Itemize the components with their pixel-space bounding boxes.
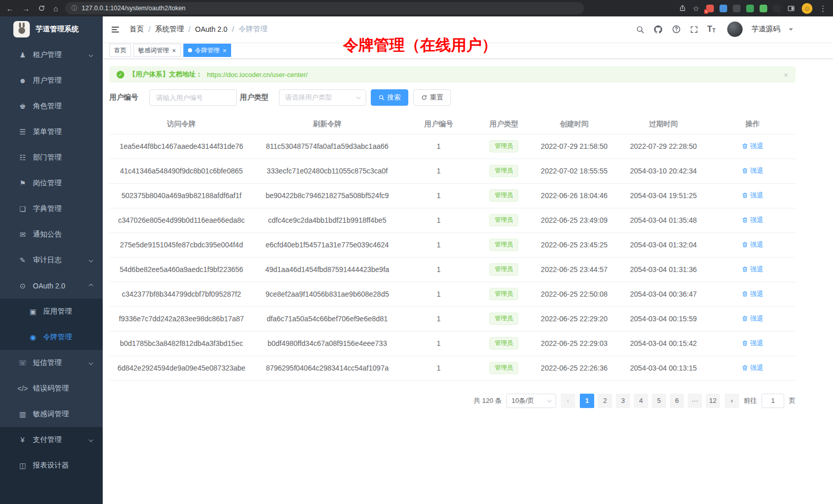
page-button-1[interactable]: 1 — [580, 394, 594, 408]
breadcrumb-item[interactable]: 系统管理 — [155, 25, 184, 34]
search-icon[interactable] — [636, 25, 645, 34]
github-icon[interactable] — [653, 25, 663, 34]
sidebar-item-report[interactable]: ◫报表设计器 — [0, 453, 103, 478]
split-view-icon[interactable] — [787, 5, 795, 12]
sidebar-item-role[interactable]: ♚角色管理 — [0, 93, 103, 119]
bookmark-star-icon[interactable]: ☆ — [693, 5, 699, 12]
sidebar-item-pay[interactable]: ¥支付管理 — [0, 427, 103, 453]
extension-red-icon[interactable]: 0 — [706, 5, 714, 12]
user-type-placeholder: 请选择用户类型 — [285, 93, 332, 102]
sidebar-item-user[interactable]: ☻用户管理 — [0, 68, 103, 93]
table-row: 41c41346a548490f9dc8b01c6bfe0865333ecfc7… — [109, 159, 796, 183]
user-avatar[interactable] — [727, 22, 743, 37]
action-cell: 强退 — [710, 134, 796, 159]
access-token-cell: b0d1785bc3a8482f812db4a3f3bd15ec — [109, 331, 254, 356]
fullscreen-icon[interactable] — [690, 25, 698, 34]
extension-dark-icon[interactable] — [733, 5, 741, 12]
access-token-cell: 41c41346a548490f9dc8b01c6bfe0865 — [109, 159, 254, 183]
search-button[interactable]: 搜索 — [371, 89, 408, 106]
force-logout-label: 强退 — [750, 216, 763, 225]
force-logout-button[interactable]: 强退 — [742, 314, 763, 323]
hamburger-icon[interactable] — [110, 25, 120, 34]
force-logout-button[interactable]: 强退 — [742, 240, 763, 249]
sidebar-item-audit[interactable]: ✎审计日志 — [0, 247, 103, 273]
access-token-cell: 502375b8040a469a9b82188afdf6af1f — [109, 183, 254, 208]
user-type-select[interactable]: 请选择用户类型 — [279, 89, 366, 106]
expire-time-cell: 2022-07-29 22:28:50 — [617, 134, 710, 159]
browser-profile-avatar[interactable]: ☺ — [802, 3, 812, 14]
sidebar-item-label: OAuth 2.0 — [33, 282, 65, 290]
force-logout-button[interactable]: 强退 — [742, 289, 763, 299]
page-ellipsis[interactable]: ··· — [688, 394, 702, 408]
user-id-cell: 1 — [401, 232, 477, 257]
user-id-cell: 1 — [401, 331, 477, 356]
force-logout-button[interactable]: 强退 — [742, 339, 763, 348]
page-button-5[interactable]: 5 — [652, 394, 666, 408]
close-icon[interactable]: × — [172, 47, 176, 54]
prev-page-button[interactable]: ‹ — [561, 394, 575, 408]
sidebar-item-errcode[interactable]: </>错误码管理 — [0, 376, 103, 401]
sidebar-item-post[interactable]: ⚑岗位管理 — [0, 170, 103, 196]
alert-close-icon[interactable]: × — [784, 70, 788, 79]
page-button-4[interactable]: 4 — [634, 394, 648, 408]
close-icon[interactable]: × — [223, 47, 227, 54]
extension-puzzle-icon[interactable] — [760, 5, 767, 12]
post-icon: ⚑ — [17, 179, 28, 187]
sidebar-item-oauth2-token[interactable]: ◉令牌管理 — [0, 324, 103, 350]
breadcrumb-item[interactable]: 首页 — [129, 25, 144, 34]
force-logout-button[interactable]: 强退 — [742, 363, 763, 373]
force-logout-button[interactable]: 强退 — [742, 265, 763, 274]
tab-sensitive-word[interactable]: 敏感词管理× — [134, 44, 181, 57]
page-button-6[interactable]: 6 — [670, 394, 684, 408]
force-logout-button[interactable]: 强退 — [742, 191, 763, 200]
sidebar-item-menu[interactable]: ☰菜单管理 — [0, 119, 103, 145]
forward-icon[interactable]: → — [22, 5, 30, 12]
help-icon[interactable] — [672, 25, 681, 34]
refresh-icon[interactable] — [38, 5, 45, 12]
goto-page-input[interactable] — [762, 394, 784, 408]
tab-token[interactable]: 令牌管理× — [183, 44, 232, 57]
home-icon[interactable]: ⌂ — [53, 5, 58, 12]
table-row: c342377bf8b344799dcbf7bf095287f29ce8ef2a… — [109, 282, 796, 306]
force-logout-label: 强退 — [750, 240, 763, 249]
sidebar-item-dict[interactable]: ❏字典管理 — [0, 196, 103, 222]
sidebar-item-sensitive[interactable]: ▥敏感词管理 — [0, 401, 103, 427]
reset-button[interactable]: 重置 — [413, 89, 451, 106]
sidebar-item-tenant[interactable]: ♟租户管理 — [0, 42, 103, 68]
sidebar-item-dept[interactable]: ☷部门管理 — [0, 145, 103, 170]
page-buttons: 123456···12 — [580, 394, 720, 408]
extension-green-icon[interactable] — [746, 5, 754, 12]
alert-doc-link[interactable]: https://doc.iocoder.cn/user-center/ — [207, 71, 308, 79]
force-logout-button[interactable]: 强退 — [742, 166, 763, 176]
tab-home[interactable]: 首页 — [109, 44, 131, 57]
share-icon[interactable] — [679, 5, 686, 12]
sidebar-item-notice[interactable]: ✉通知公告 — [0, 222, 103, 247]
force-logout-button[interactable]: 强退 — [742, 142, 763, 151]
user-name[interactable]: 芋道源码 — [751, 25, 780, 34]
breadcrumb-item[interactable]: OAuth 2.0 — [195, 25, 228, 33]
delete-icon — [742, 167, 748, 174]
expire-time-cell: 2054-03-04 00:15:59 — [617, 306, 710, 331]
extension-blue-icon[interactable] — [720, 5, 727, 12]
sidebar-item-oauth2-app[interactable]: ▣应用管理 — [0, 299, 103, 324]
back-icon[interactable]: ← — [6, 5, 14, 12]
site-info-icon[interactable]: ⓘ — [71, 4, 78, 13]
address-bar[interactable]: ⓘ 127.0.0.1:1024/system/oauth2/token — [65, 2, 584, 14]
sidebar-item-oauth2[interactable]: ⊙OAuth 2.0 — [0, 273, 103, 299]
sidebar-item-sms[interactable]: ☏短信管理 — [0, 350, 103, 376]
force-logout-button[interactable]: 强退 — [742, 216, 763, 225]
user-id-input[interactable] — [149, 89, 237, 106]
page-button-12[interactable]: 12 — [706, 394, 720, 408]
menu-list-icon: ☰ — [17, 128, 28, 136]
chevron-down-icon[interactable] — [789, 28, 793, 31]
refresh-token-cell: cdfc4ce9c2da4bb1bdf21b9918ff4be5 — [254, 208, 401, 232]
payment-icon: ¥ — [17, 436, 28, 444]
next-page-button[interactable]: › — [725, 394, 739, 408]
extension-black-icon[interactable] — [773, 5, 781, 12]
browser-menu-icon[interactable]: ⋮ — [819, 5, 827, 12]
app-logo[interactable]: 芋道管理系统 — [0, 16, 103, 42]
font-size-icon[interactable]: TT — [707, 25, 715, 33]
page-size-select[interactable]: 10条/页 — [506, 394, 556, 408]
page-button-3[interactable]: 3 — [616, 394, 630, 408]
page-button-2[interactable]: 2 — [598, 394, 612, 408]
